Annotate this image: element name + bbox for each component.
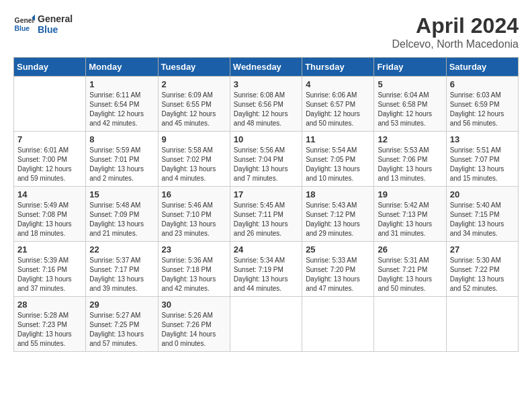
day-info: Sunrise: 5:48 AMSunset: 7:09 PMDaylight:… [89, 201, 154, 238]
day-info: Sunrise: 5:33 AMSunset: 7:20 PMDaylight:… [306, 256, 370, 293]
column-header-thursday: Thursday [302, 58, 374, 77]
calendar-cell: 22Sunrise: 5:37 AMSunset: 7:17 PMDayligh… [86, 242, 158, 297]
calendar-cell: 4Sunrise: 6:06 AMSunset: 6:57 PMDaylight… [302, 77, 374, 132]
day-number: 7 [17, 134, 82, 144]
column-header-friday: Friday [374, 58, 446, 77]
day-info: Sunrise: 5:26 AMSunset: 7:26 PMDaylight:… [162, 311, 226, 349]
week-row-1: 1Sunrise: 6:11 AMSunset: 6:54 PMDaylight… [14, 77, 519, 132]
column-header-wednesday: Wednesday [230, 58, 302, 77]
day-info: Sunrise: 5:53 AMSunset: 7:06 PMDaylight:… [378, 146, 442, 183]
day-info: Sunrise: 5:56 AMSunset: 7:04 PMDaylight:… [234, 146, 298, 183]
logo-general: General [38, 13, 73, 24]
day-number: 13 [450, 134, 515, 144]
calendar-cell: 12Sunrise: 5:53 AMSunset: 7:06 PMDayligh… [374, 132, 446, 187]
calendar-cell: 8Sunrise: 5:59 AMSunset: 7:01 PMDaylight… [86, 132, 158, 187]
calendar-cell: 24Sunrise: 5:34 AMSunset: 7:19 PMDayligh… [230, 242, 302, 297]
day-number: 3 [234, 79, 298, 89]
title-area: April 2024 Delcevo, North Macedonia [392, 13, 519, 50]
calendar-cell: 15Sunrise: 5:48 AMSunset: 7:09 PMDayligh… [86, 187, 158, 242]
day-info: Sunrise: 5:45 AMSunset: 7:11 PMDaylight:… [234, 201, 298, 238]
calendar-cell [374, 297, 446, 352]
day-info: Sunrise: 6:08 AMSunset: 6:56 PMDaylight:… [234, 91, 298, 128]
day-number: 12 [378, 134, 442, 144]
calendar-cell: 7Sunrise: 6:01 AMSunset: 7:00 PMDaylight… [14, 132, 86, 187]
week-row-2: 7Sunrise: 6:01 AMSunset: 7:00 PMDaylight… [14, 132, 519, 187]
day-info: Sunrise: 5:46 AMSunset: 7:10 PMDaylight:… [162, 201, 226, 238]
day-info: Sunrise: 5:49 AMSunset: 7:08 PMDaylight:… [17, 201, 82, 238]
calendar-cell: 23Sunrise: 5:36 AMSunset: 7:18 PMDayligh… [158, 242, 230, 297]
calendar-cell [230, 297, 302, 352]
calendar-body: 1Sunrise: 6:11 AMSunset: 6:54 PMDaylight… [14, 77, 519, 352]
day-number: 16 [162, 189, 226, 199]
day-number: 5 [378, 79, 442, 89]
day-number: 22 [89, 244, 154, 255]
day-number: 2 [162, 79, 226, 89]
svg-text:General: General [15, 17, 35, 24]
calendar-cell: 28Sunrise: 5:28 AMSunset: 7:23 PMDayligh… [14, 297, 86, 352]
calendar-cell: 21Sunrise: 5:39 AMSunset: 7:16 PMDayligh… [14, 242, 86, 297]
calendar-cell [446, 297, 518, 352]
column-header-sunday: Sunday [14, 58, 86, 77]
column-header-saturday: Saturday [446, 58, 518, 77]
calendar-cell [14, 77, 86, 132]
logo-blue: Blue [38, 24, 73, 35]
calendar-cell: 5Sunrise: 6:04 AMSunset: 6:58 PMDaylight… [374, 77, 446, 132]
calendar-cell: 13Sunrise: 5:51 AMSunset: 7:07 PMDayligh… [446, 132, 518, 187]
day-number: 23 [162, 244, 226, 255]
day-number: 28 [17, 300, 82, 310]
day-number: 14 [17, 189, 82, 199]
day-number: 25 [306, 244, 370, 255]
day-info: Sunrise: 5:40 AMSunset: 7:15 PMDaylight:… [450, 201, 515, 238]
day-info: Sunrise: 5:36 AMSunset: 7:18 PMDaylight:… [162, 256, 226, 293]
day-number: 18 [306, 189, 370, 199]
calendar-cell: 14Sunrise: 5:49 AMSunset: 7:08 PMDayligh… [14, 187, 86, 242]
calendar-cell: 25Sunrise: 5:33 AMSunset: 7:20 PMDayligh… [302, 242, 374, 297]
header: General Blue General Blue April 2024 Del… [13, 13, 519, 50]
column-header-monday: Monday [86, 58, 158, 77]
day-info: Sunrise: 6:01 AMSunset: 7:00 PMDaylight:… [17, 146, 82, 183]
calendar-cell: 27Sunrise: 5:30 AMSunset: 7:22 PMDayligh… [446, 242, 518, 297]
calendar-header-row: SundayMondayTuesdayWednesdayThursdayFrid… [14, 58, 519, 77]
day-number: 20 [450, 189, 515, 199]
day-info: Sunrise: 5:34 AMSunset: 7:19 PMDaylight:… [234, 256, 298, 293]
day-number: 11 [306, 134, 370, 144]
day-info: Sunrise: 5:27 AMSunset: 7:25 PMDaylight:… [89, 311, 154, 349]
day-info: Sunrise: 5:43 AMSunset: 7:12 PMDaylight:… [306, 201, 370, 238]
day-info: Sunrise: 5:54 AMSunset: 7:05 PMDaylight:… [306, 146, 370, 183]
calendar-cell: 18Sunrise: 5:43 AMSunset: 7:12 PMDayligh… [302, 187, 374, 242]
day-number: 10 [234, 134, 298, 144]
calendar-cell: 29Sunrise: 5:27 AMSunset: 7:25 PMDayligh… [86, 297, 158, 352]
calendar-cell: 26Sunrise: 5:31 AMSunset: 7:21 PMDayligh… [374, 242, 446, 297]
day-number: 19 [378, 189, 442, 199]
calendar-cell: 20Sunrise: 5:40 AMSunset: 7:15 PMDayligh… [446, 187, 518, 242]
week-row-3: 14Sunrise: 5:49 AMSunset: 7:08 PMDayligh… [14, 187, 519, 242]
calendar-cell: 11Sunrise: 5:54 AMSunset: 7:05 PMDayligh… [302, 132, 374, 187]
calendar-cell: 9Sunrise: 5:58 AMSunset: 7:02 PMDaylight… [158, 132, 230, 187]
logo: General Blue General Blue [13, 13, 73, 35]
calendar-table: SundayMondayTuesdayWednesdayThursdayFrid… [13, 57, 519, 352]
day-number: 21 [17, 244, 82, 255]
day-number: 9 [162, 134, 226, 144]
day-info: Sunrise: 5:31 AMSunset: 7:21 PMDaylight:… [378, 256, 442, 293]
day-number: 30 [162, 300, 226, 310]
day-info: Sunrise: 5:51 AMSunset: 7:07 PMDaylight:… [450, 146, 515, 183]
calendar-cell: 3Sunrise: 6:08 AMSunset: 6:56 PMDaylight… [230, 77, 302, 132]
calendar-cell [302, 297, 374, 352]
calendar-cell: 1Sunrise: 6:11 AMSunset: 6:54 PMDaylight… [86, 77, 158, 132]
day-info: Sunrise: 5:58 AMSunset: 7:02 PMDaylight:… [162, 146, 226, 183]
day-number: 1 [89, 79, 154, 89]
day-info: Sunrise: 6:06 AMSunset: 6:57 PMDaylight:… [306, 91, 370, 128]
calendar-cell: 10Sunrise: 5:56 AMSunset: 7:04 PMDayligh… [230, 132, 302, 187]
month-title: April 2024 [392, 13, 519, 38]
day-number: 26 [378, 244, 442, 255]
calendar-cell: 17Sunrise: 5:45 AMSunset: 7:11 PMDayligh… [230, 187, 302, 242]
day-info: Sunrise: 5:59 AMSunset: 7:01 PMDaylight:… [89, 146, 154, 183]
day-number: 15 [89, 189, 154, 199]
week-row-5: 28Sunrise: 5:28 AMSunset: 7:23 PMDayligh… [14, 297, 519, 352]
day-info: Sunrise: 6:04 AMSunset: 6:58 PMDaylight:… [378, 91, 442, 128]
calendar-cell: 2Sunrise: 6:09 AMSunset: 6:55 PMDaylight… [158, 77, 230, 132]
calendar-cell: 6Sunrise: 6:03 AMSunset: 6:59 PMDaylight… [446, 77, 518, 132]
day-info: Sunrise: 5:28 AMSunset: 7:23 PMDaylight:… [17, 311, 82, 349]
week-row-4: 21Sunrise: 5:39 AMSunset: 7:16 PMDayligh… [14, 242, 519, 297]
day-info: Sunrise: 5:37 AMSunset: 7:17 PMDaylight:… [89, 256, 154, 293]
